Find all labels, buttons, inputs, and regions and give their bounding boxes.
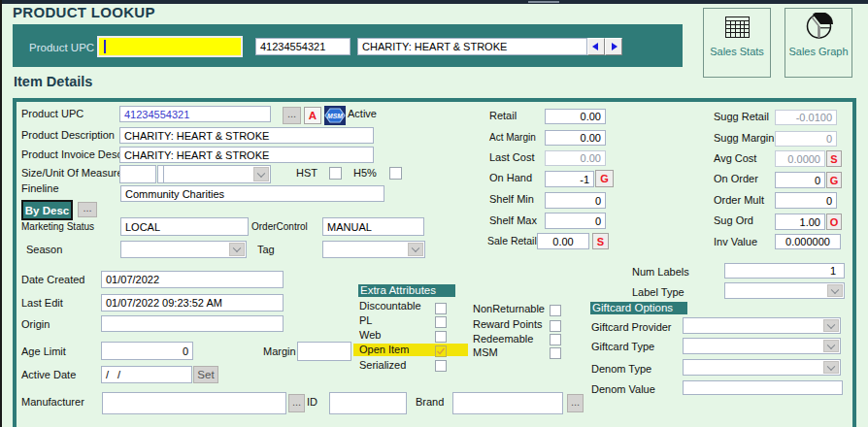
svg-text:MSM: MSM: [327, 113, 343, 119]
